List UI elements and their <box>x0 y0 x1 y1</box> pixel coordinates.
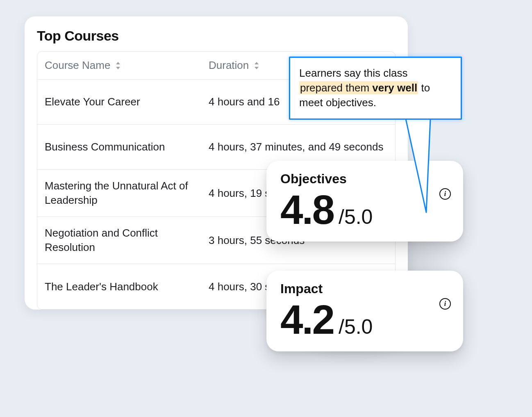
cell-course-name: Business Communication <box>37 131 201 163</box>
info-icon-glyph: i <box>444 190 446 198</box>
cell-course-name: The Leader's Handbook <box>37 271 201 303</box>
tooltip-text-1: Learners say this class <box>299 67 407 79</box>
panel-title: Top Courses <box>37 28 396 44</box>
info-icon-glyph: i <box>444 300 446 308</box>
tooltip-highlight-pre: prepared them <box>300 82 372 94</box>
metric-label: Impact <box>280 281 449 296</box>
metric-card-objectives: Objectives 4.8 /5.0 i <box>266 161 463 242</box>
cell-course-name: Elevate Your Career <box>37 86 201 118</box>
metric-score: 4.2 /5.0 i <box>280 299 449 340</box>
cell-duration: 4 hours, 37 minutes, and 49 seconds <box>201 131 395 163</box>
metric-value: 4.8 <box>280 189 334 230</box>
col-header-duration-label: Duration <box>209 59 249 72</box>
tooltip-highlight: prepared them very well <box>299 81 418 94</box>
metric-max: /5.0 <box>339 205 373 229</box>
metric-card-impact: Impact 4.2 /5.0 i <box>266 271 463 351</box>
col-header-course-name[interactable]: Course Name <box>37 52 201 79</box>
sort-icon <box>253 61 260 70</box>
info-icon[interactable]: i <box>439 188 451 200</box>
cell-course-name: Negotiation and Conflict Resolution <box>37 217 201 264</box>
col-header-course-name-label: Course Name <box>45 59 110 72</box>
objectives-tooltip: Learners say this class prepared them ve… <box>289 57 462 120</box>
metric-label: Objectives <box>280 171 449 187</box>
metric-score: 4.8 /5.0 i <box>280 189 449 230</box>
tooltip-highlight-bold: very well <box>372 82 417 94</box>
metric-max: /5.0 <box>339 315 373 339</box>
cell-course-name: Mastering the Unnatural Act of Leadershi… <box>37 170 201 216</box>
metric-value: 4.2 <box>280 299 334 340</box>
sort-icon <box>114 61 122 70</box>
info-icon[interactable]: i <box>439 298 451 310</box>
